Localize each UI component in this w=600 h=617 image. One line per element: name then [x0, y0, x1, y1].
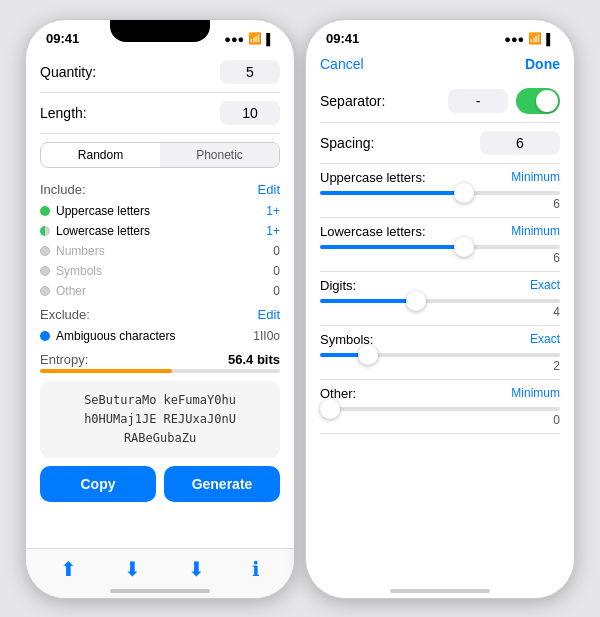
include-option-count-1: 1+: [266, 224, 280, 238]
slider-other-thumb[interactable]: [320, 399, 340, 419]
exclude-header: Exclude: Edit: [40, 301, 280, 326]
include-option-label-4: Other: [56, 284, 86, 298]
slider-digits-thumb[interactable]: [406, 291, 426, 311]
copy-button[interactable]: Copy: [40, 466, 156, 502]
dot-gray-3: [40, 266, 50, 276]
quantity-label: Quantity:: [40, 64, 110, 80]
download2-icon[interactable]: ⬇: [188, 557, 205, 581]
slider-lowercase-value: 6: [320, 251, 560, 265]
cancel-button[interactable]: Cancel: [320, 56, 364, 72]
left-phone-content: Quantity: Length: Random Phonetic Includ…: [26, 52, 294, 548]
include-label: Include:: [40, 182, 86, 197]
slider-uppercase-track[interactable]: [320, 191, 560, 195]
slider-symbols-value: 2: [320, 359, 560, 373]
left-phone: 09:41 ●●● 📶 ▌ Quantity: Length: Random P…: [25, 19, 295, 599]
slider-uppercase-label: Uppercase letters:: [320, 170, 426, 185]
dot-gray-4: [40, 286, 50, 296]
slider-lowercase-track[interactable]: [320, 245, 560, 249]
include-option-label-1: Lowercase letters: [56, 224, 150, 238]
entropy-label: Entropy:: [40, 352, 88, 367]
slider-symbols-thumb[interactable]: [358, 345, 378, 365]
right-battery-icon: ▌: [546, 33, 554, 45]
phones-container: 09:41 ●●● 📶 ▌ Quantity: Length: Random P…: [15, 9, 585, 609]
slider-other: Other: Minimum 0: [320, 380, 560, 434]
slider-lowercase-thumb[interactable]: [454, 237, 474, 257]
separator-row: Separator:: [320, 80, 560, 123]
slider-lowercase-fill: [320, 245, 464, 249]
share-icon[interactable]: ⬆: [60, 557, 77, 581]
separator-toggle[interactable]: [516, 88, 560, 114]
separator-label: Separator:: [320, 93, 385, 109]
toggle-knob: [536, 90, 558, 112]
password-display: SeButuraMo keFumaY0hu h0HUMaj1JE REJUxaJ…: [40, 381, 280, 459]
dot-green-0: [40, 206, 50, 216]
right-phone: 09:41 ●●● 📶 ▌ Cancel Done Separator:: [305, 19, 575, 599]
separator-controls: [448, 88, 560, 114]
signal-icon: ●●●: [224, 33, 244, 45]
right-phone-header: Cancel Done: [306, 52, 574, 80]
slider-uppercase-mode[interactable]: Minimum: [511, 170, 560, 184]
slider-digits: Digits: Exact 4: [320, 272, 560, 326]
battery-icon: ▌: [266, 33, 274, 45]
slider-symbols-track[interactable]: [320, 353, 560, 357]
right-status-time: 09:41: [326, 31, 359, 46]
include-option-3: Symbols 0: [40, 261, 280, 281]
slider-symbols-mode[interactable]: Exact: [530, 332, 560, 346]
include-option-count-3: 0: [273, 264, 280, 278]
segment-control[interactable]: Random Phonetic: [40, 142, 280, 168]
slider-digits-track[interactable]: [320, 299, 560, 303]
segment-phonetic[interactable]: Phonetic: [160, 143, 279, 167]
slider-symbols: Symbols: Exact 2: [320, 326, 560, 380]
quantity-row: Quantity:: [40, 52, 280, 93]
include-edit[interactable]: Edit: [258, 182, 280, 197]
include-option-count-0: 1+: [266, 204, 280, 218]
dot-blue-0: [40, 331, 50, 341]
spacing-row: Spacing:: [320, 123, 560, 164]
notch: [110, 20, 210, 42]
entropy-value: 56.4 bits: [228, 352, 280, 367]
right-phone-content: Separator: Spacing: Uppercase letters: M…: [306, 80, 574, 434]
quantity-input[interactable]: [220, 60, 280, 84]
entropy-bar-bg: [40, 369, 280, 373]
slider-lowercase: Lowercase letters: Minimum 6: [320, 218, 560, 272]
separator-input[interactable]: [448, 89, 508, 113]
entropy-bar-fill: [40, 369, 172, 373]
slider-other-value: 0: [320, 413, 560, 427]
include-option-4: Other 0: [40, 281, 280, 301]
length-label: Length:: [40, 105, 110, 121]
exclude-option-label-0: Ambiguous characters: [56, 329, 175, 343]
slider-other-mode[interactable]: Minimum: [511, 386, 560, 400]
exclude-edit[interactable]: Edit: [258, 307, 280, 322]
home-indicator-left: [110, 589, 210, 593]
action-buttons: Copy Generate: [40, 466, 280, 502]
slider-other-track[interactable]: [320, 407, 560, 411]
home-indicator-right: [390, 589, 490, 593]
done-button[interactable]: Done: [525, 56, 560, 72]
right-status-icons: ●●● 📶 ▌: [504, 32, 554, 45]
length-input[interactable]: [220, 101, 280, 125]
include-option-2: Numbers 0: [40, 241, 280, 261]
info-icon[interactable]: ℹ: [252, 557, 260, 581]
download1-icon[interactable]: ⬇: [124, 557, 141, 581]
include-option-label-0: Uppercase letters: [56, 204, 150, 218]
left-status-time: 09:41: [46, 31, 79, 46]
slider-digits-fill: [320, 299, 416, 303]
left-status-icons: ●●● 📶 ▌: [224, 32, 274, 45]
generate-button[interactable]: Generate: [164, 466, 280, 502]
slider-digits-mode[interactable]: Exact: [530, 278, 560, 292]
slider-lowercase-label: Lowercase letters:: [320, 224, 426, 239]
segment-random[interactable]: Random: [41, 143, 160, 167]
include-option-count-2: 0: [273, 244, 280, 258]
exclude-option-0: Ambiguous characters 1II0o: [40, 326, 280, 346]
right-status-bar: 09:41 ●●● 📶 ▌: [306, 20, 574, 52]
length-row: Length:: [40, 93, 280, 134]
include-option-label-2: Numbers: [56, 244, 105, 258]
include-option-0: Uppercase letters 1+: [40, 201, 280, 221]
slider-uppercase-thumb[interactable]: [454, 183, 474, 203]
spacing-input[interactable]: [480, 131, 560, 155]
slider-lowercase-mode[interactable]: Minimum: [511, 224, 560, 238]
wifi-icon: 📶: [248, 32, 262, 45]
right-wifi-icon: 📶: [528, 32, 542, 45]
slider-other-label: Other:: [320, 386, 356, 401]
include-option-count-4: 0: [273, 284, 280, 298]
